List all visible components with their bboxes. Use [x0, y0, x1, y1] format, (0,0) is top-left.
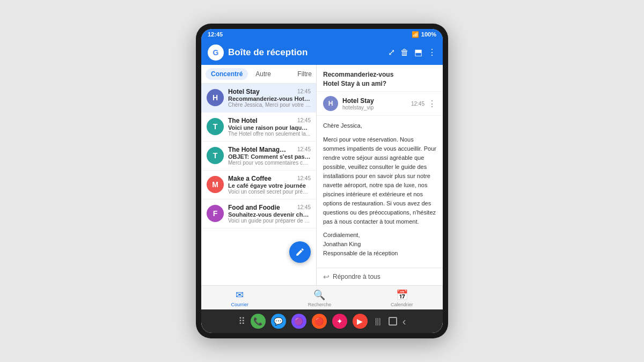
header-icons: ⤢ 🗑 ⬒ ⋮	[388, 47, 436, 57]
filter-button[interactable]: Filtre	[297, 70, 312, 78]
sender-3: Make a Coffee	[228, 175, 272, 182]
detail-sender-info: Hotel Stay hotelstay_vip	[342, 97, 411, 110]
email-item-1[interactable]: T The Hotel 12:45 Voici une raison pour …	[201, 113, 316, 142]
dock-youtube[interactable]: ▶	[353, 314, 368, 329]
expand-icon[interactable]: ⤢	[388, 47, 395, 57]
detail-more-icon[interactable]: ⋮	[428, 99, 436, 109]
nav-recherche[interactable]: 🔍 Recherche	[308, 289, 332, 307]
google-logo: G	[208, 45, 224, 61]
email-info-4: Food and Foodie 12:45 Souhaitez-vous dev…	[228, 204, 311, 224]
time-2: 12:45	[297, 146, 311, 152]
email-item-4[interactable]: F Food and Foodie 12:45 Souhaitez-vous d…	[201, 200, 316, 228]
wifi-icon: 📶	[412, 31, 419, 38]
avatar-4: F	[207, 205, 224, 222]
subject-4: Souhaitez-vous devenir chef dans votre..…	[228, 211, 311, 218]
nav-courrier[interactable]: ✉ Courrier	[231, 289, 248, 307]
nav-recherche-label: Recherche	[308, 302, 332, 307]
preview-2: Merci pour vos commentaires concern...	[228, 160, 311, 166]
app-header: G Boîte de réception ⤢ 🗑 ⬒ ⋮	[201, 40, 443, 65]
email-info-0: Hotel Stay 12:45 Recommanderiez-vous Hot…	[228, 88, 311, 108]
subject-3: Le café égaye votre journée	[228, 182, 311, 189]
status-right: 📶 100%	[412, 31, 436, 38]
phone-device: 12:45 📶 100% G Boîte de réception ⤢ 🗑 ⬒ …	[196, 24, 448, 338]
sender-0: Hotel Stay	[228, 88, 260, 95]
dock-meet[interactable]: 🟣	[291, 314, 306, 329]
phone-screen: 12:45 📶 100% G Boîte de réception ⤢ 🗑 ⬒ …	[201, 29, 443, 333]
email-body-text: Merci pour votre réservation. Nous somme…	[323, 135, 436, 226]
bottom-nav: ✉ Courrier 🔍 Recherche 📅 Calendrier	[201, 285, 443, 309]
time-1: 12:45	[297, 117, 311, 123]
email-closing: Cordialement, Jonathan King Responsable …	[323, 231, 436, 258]
time-0: 12:45	[297, 88, 311, 94]
reply-bar[interactable]: ↩ Répondre à tous	[317, 268, 443, 285]
reply-icon: ↩	[323, 272, 330, 281]
email-subject-bar: Recommanderiez-vous Hotel Stay à un ami?	[317, 65, 443, 92]
apps-icon[interactable]: ⠿	[238, 315, 245, 327]
calendar-icon: 📅	[396, 289, 408, 301]
archive-icon[interactable]: ⬒	[414, 47, 422, 57]
dock-square-btn[interactable]	[389, 317, 397, 326]
avatar-0: H	[207, 89, 224, 106]
avatar-3: M	[207, 176, 224, 193]
dock-divider: |||	[375, 317, 381, 326]
subject-1: Voici une raison pour laquelle vous deve…	[228, 124, 311, 131]
subject-2: OBJET: Comment s'est passé votre séj...	[228, 153, 311, 160]
android-dock: ⠿ 📞 💬 🟣 🔴 ✦ ▶ ||| ‹	[201, 309, 443, 333]
tabs-bar: Concentré Autre Filtre	[201, 65, 316, 84]
nav-calendrier-label: Calendrier	[391, 302, 413, 307]
detail-sender-email: hotelstay_vip	[342, 105, 411, 110]
status-time: 12:45	[208, 31, 223, 38]
email-item-3[interactable]: M Make a Coffee 12:45 Le café égaye votr…	[201, 171, 316, 200]
time-4: 12:45	[297, 204, 311, 210]
email-info-2: The Hotel Management 12:45 OBJET: Commen…	[228, 146, 311, 166]
main-content: Concentré Autre Filtre H Hotel Stay 12:4…	[201, 65, 443, 285]
inbox-title: Boîte de réception	[228, 47, 384, 58]
preview-1: The Hotel offre non seulement la...	[228, 131, 311, 137]
email-info-1: The Hotel 12:45 Voici une raison pour la…	[228, 117, 311, 137]
dock-chat[interactable]: 💬	[271, 314, 286, 329]
preview-4: Voici un guide pour préparer de délic...	[228, 218, 311, 224]
email-item-0[interactable]: H Hotel Stay 12:45 Recommanderiez-vous H…	[201, 84, 316, 113]
preview-0: Chère Jessica, Merci pour votre réser...	[228, 102, 311, 108]
sender-1: The Hotel	[228, 117, 258, 124]
preview-3: Voici un conseil secret pour préparer...	[228, 189, 311, 195]
mail-icon: ✉	[236, 289, 244, 301]
dock-duo[interactable]: 🔴	[312, 314, 327, 329]
nav-courrier-label: Courrier	[231, 302, 248, 307]
tab-other[interactable]: Autre	[250, 68, 276, 80]
status-bar: 12:45 📶 100%	[201, 29, 443, 40]
email-info-3: Make a Coffee 12:45 Le café égaye votre …	[228, 175, 311, 195]
nav-calendrier[interactable]: 📅 Calendrier	[391, 289, 413, 307]
detail-subject: Recommanderiez-vous Hotel Stay à un ami?	[323, 70, 436, 88]
dock-star[interactable]: ✦	[332, 314, 347, 329]
more-icon[interactable]: ⋮	[428, 47, 436, 57]
search-icon: 🔍	[313, 289, 325, 301]
email-list-panel: Concentré Autre Filtre H Hotel Stay 12:4…	[201, 65, 317, 285]
battery-label: 100%	[421, 31, 436, 38]
subject-0: Recommanderiez-vous Hotel Stay à un a...	[228, 95, 311, 102]
detail-sender-name: Hotel Stay	[342, 97, 411, 105]
tab-concentrated[interactable]: Concentré	[206, 68, 248, 80]
email-detail-header: H Hotel Stay hotelstay_vip 12:45 ⋮	[317, 92, 443, 116]
delete-icon[interactable]: 🗑	[400, 48, 409, 57]
time-3: 12:45	[297, 175, 311, 181]
avatar-2: T	[207, 147, 224, 164]
detail-avatar: H	[323, 96, 338, 111]
dock-back-btn[interactable]: ‹	[402, 315, 406, 328]
email-salutation: Chère Jessica,	[323, 121, 436, 130]
sender-2: The Hotel Management	[228, 146, 287, 153]
dock-phone[interactable]: 📞	[251, 314, 266, 329]
email-detail-panel: Recommanderiez-vous Hotel Stay à un ami?…	[317, 65, 443, 285]
reply-label: Répondre à tous	[333, 273, 380, 280]
avatar-1: T	[207, 118, 224, 135]
detail-time: 12:45	[411, 101, 425, 107]
email-body: Chère Jessica, Merci pour votre réservat…	[317, 116, 443, 268]
email-item-2[interactable]: T The Hotel Management 12:45 OBJET: Comm…	[201, 142, 316, 171]
sender-4: Food and Foodie	[228, 204, 280, 211]
compose-fab[interactable]	[289, 241, 311, 263]
